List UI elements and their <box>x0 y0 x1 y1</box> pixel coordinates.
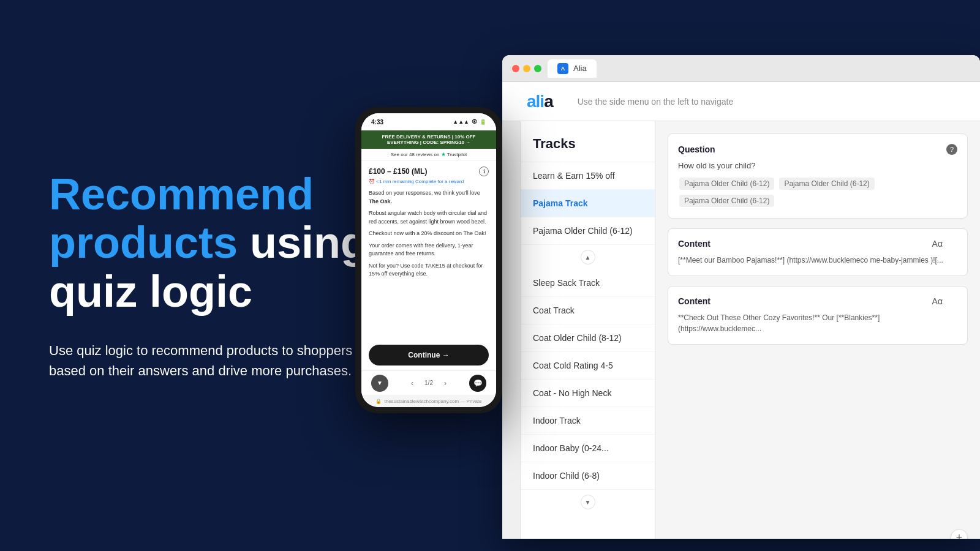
tag-3: Pajama Older Child (6-12) <box>679 195 774 207</box>
browser-tab[interactable]: A Alia <box>548 59 597 78</box>
phone-continue-button[interactable]: Continue → <box>369 345 489 365</box>
question-text: How old is your child? <box>678 161 957 170</box>
lock-icon: 🔒 <box>375 399 382 404</box>
browser-window: A Alia alia Use the side menu on the lef… <box>502 55 980 539</box>
app-header: alia Use the side menu on the left to na… <box>502 82 980 121</box>
track-item-pajama-older[interactable]: Pajama Older Child (6-12) <box>521 217 655 245</box>
browser-titlebar: A Alia <box>502 55 980 82</box>
tab-favicon: A <box>557 63 568 74</box>
phone-time: 4:33 <box>371 119 383 126</box>
phone-scroll-down-button[interactable]: ▼ <box>371 375 388 392</box>
minimize-dot[interactable] <box>523 65 530 72</box>
headline-blue-1: Recommend <box>49 170 314 219</box>
content-card-2: Content Aα **Check Out These Other Cozy … <box>668 286 968 345</box>
right-panel: 4:33 ▲▲▲ ⦿ 🔋 FREE DELIVERY & RETURNS | 1… <box>466 0 980 551</box>
phone-mockup: 4:33 ▲▲▲ ⦿ 🔋 FREE DELIVERY & RETURNS | 1… <box>355 107 502 413</box>
phone-next-button[interactable]: › <box>438 376 453 391</box>
content-card-2-title: Content <box>678 296 710 306</box>
track-item-sleep-sack[interactable]: Sleep Sack Track <box>521 269 655 297</box>
phone-url: thesustainablewatchcompany.com — Private <box>384 399 481 404</box>
scroll-up-button[interactable]: ▲ <box>581 250 595 264</box>
phone-description1: Robust angular watch body with circular … <box>369 209 489 226</box>
trustpilot-stars: ★ <box>441 151 446 157</box>
track-item-pajama[interactable]: Pajama Track <box>521 190 655 217</box>
wifi-icon: ⦿ <box>472 119 477 125</box>
phone-product-section: £100 – £150 (ML) ℹ ⏰ <1 min remaining Co… <box>361 160 496 340</box>
track-item-learn[interactable]: Learn & Earn 15% off <box>521 162 655 190</box>
app-body: Tracks Learn & Earn 15% off Pajama Track… <box>502 121 980 539</box>
phone-trustpilot: See our 48 reviews on ★ Trustpilot <box>361 149 496 160</box>
track-item-coat-no-high[interactable]: Coat - No High Neck <box>521 380 655 407</box>
tag-2: Pajama Older Child (6-12) <box>779 178 874 190</box>
phone-price-range: £100 – £150 (ML) <box>369 167 427 176</box>
phone-description3: Your order comes with free delivery, 1-y… <box>369 242 489 258</box>
headline-line3: quiz logic <box>49 267 252 316</box>
phone-page-indicator: 1/2 <box>424 380 433 386</box>
app-sidebar <box>502 121 521 539</box>
question-card: Question ? How old is your child? Pajama… <box>668 133 968 219</box>
phone-screen: 4:33 ▲▲▲ ⦿ 🔋 FREE DELIVERY & RETURNS | 1… <box>361 113 496 407</box>
phone-product-header: £100 – £150 (ML) ℹ <box>369 167 489 176</box>
track-item-indoor-child[interactable]: Indoor Child (6-8) <box>521 462 655 490</box>
phone-status-icons: ▲▲▲ ⦿ 🔋 <box>453 119 486 125</box>
close-dot[interactable] <box>512 65 519 72</box>
trustpilot-text: See our 48 reviews on <box>391 152 441 157</box>
content-card-2-header: Content Aα <box>678 296 957 306</box>
phone-nav-bar: ▼ ‹ 1/2 › 💬 <box>361 370 496 395</box>
headline-white-2: using <box>238 218 368 267</box>
format-icon-1[interactable]: Aα <box>932 239 943 249</box>
content-card-1-header: Content Aα <box>678 239 957 249</box>
tab-label: Alia <box>573 64 587 73</box>
tag-1: Pajama Older Child (6-12) <box>679 178 774 190</box>
alia-logo: alia <box>527 92 553 111</box>
tracks-title: Tracks <box>521 121 655 162</box>
track-item-indoor[interactable]: Indoor Track <box>521 407 655 435</box>
subtext: Use quiz logic to recommend products to … <box>49 340 392 381</box>
timer-text: <1 min remaining <box>376 179 415 184</box>
phone-bottom-bar: 🔒 thesustainablewatchcompany.com — Priva… <box>361 395 496 407</box>
timer-reward: Complete for a reward <box>415 179 464 184</box>
battery-icon: 🔋 <box>480 119 486 125</box>
track-item-coat[interactable]: Coat Track <box>521 297 655 324</box>
headline-blue-2: products <box>49 218 238 267</box>
content-card-1-title: Content <box>678 239 710 249</box>
question-card-header: Question ? <box>678 144 957 155</box>
phone-description2: Checkout now with a 20% discount on The … <box>369 230 489 238</box>
timer-icon: ⏰ <box>369 179 375 184</box>
phone-prev-button[interactable]: ‹ <box>405 376 420 391</box>
question-card-title: Question <box>678 144 715 154</box>
trustpilot-label: Trustpilot <box>446 152 467 157</box>
add-card-button[interactable]: + <box>951 529 968 539</box>
scroll-down-button[interactable]: ▼ <box>581 495 595 509</box>
content-card-2-text: **Check Out These Other Cozy Favorites!*… <box>678 312 957 334</box>
phone-promo-banner: FREE DELIVERY & RETURNS | 10% OFF EVERYT… <box>361 130 496 149</box>
phone-info-icon[interactable]: ℹ <box>479 167 489 176</box>
tracks-panel: Tracks Learn & Earn 15% off Pajama Track… <box>521 121 655 539</box>
browser-content: alia Use the side menu on the left to na… <box>502 82 980 539</box>
track-item-coat-older[interactable]: Coat Older Child (8-12) <box>521 324 655 352</box>
phone-timer: ⏰ <1 min remaining Complete for a reward <box>369 179 489 184</box>
phone-description4: Not for you? Use code TAKE15 at checkout… <box>369 262 489 279</box>
maximize-dot[interactable] <box>534 65 541 72</box>
format-icon-2[interactable]: Aα <box>932 296 943 306</box>
content-card-1-text: [**Meet our Bamboo Pajamas!**] (https://… <box>678 255 957 266</box>
question-help-button[interactable]: ? <box>946 144 957 155</box>
phone-recommendation: Based on your responses, we think you'll… <box>369 189 489 206</box>
app-header-hint: Use the side menu on the left to navigat… <box>578 97 734 107</box>
scroll-down-indicator: ▼ <box>521 490 655 514</box>
app-layout: alia Use the side menu on the left to na… <box>502 82 980 539</box>
detail-panel: Question ? How old is your child? Pajama… <box>655 121 980 539</box>
scroll-up-indicator: ▲ <box>521 245 655 269</box>
question-tags: Pajama Older Child (6-12) Pajama Older C… <box>678 176 957 208</box>
phone-chat-button[interactable]: 💬 <box>469 375 486 392</box>
app-main: Tracks Learn & Earn 15% off Pajama Track… <box>521 121 980 539</box>
phone-status-bar: 4:33 ▲▲▲ ⦿ 🔋 <box>361 113 496 130</box>
track-item-indoor-baby[interactable]: Indoor Baby (0-24... <box>521 435 655 462</box>
track-item-coat-cold[interactable]: Coat Cold Rating 4-5 <box>521 352 655 380</box>
content-card-1: Content Aα [**Meet our Bamboo Pajamas!**… <box>668 228 968 276</box>
signal-icon: ▲▲▲ <box>453 119 469 125</box>
browser-dots <box>512 65 541 72</box>
